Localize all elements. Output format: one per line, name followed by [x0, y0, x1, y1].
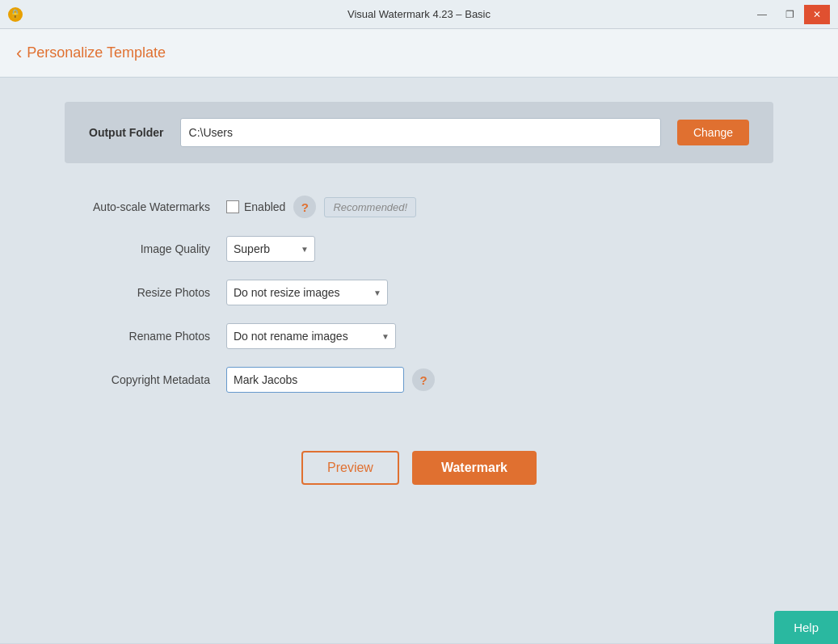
image-quality-row: Image Quality Low Medium High Superb: [65, 236, 773, 262]
auto-scale-label: Auto-scale Watermarks: [65, 200, 226, 213]
copyright-metadata-control: ?: [226, 367, 435, 393]
help-corner-button[interactable]: Help: [774, 611, 838, 644]
auto-scale-row: Auto-scale Watermarks Enabled ? Recommen…: [65, 196, 773, 218]
window-title: Visual Watermark 4.23 – Basic: [347, 8, 491, 20]
rename-photos-select[interactable]: Do not rename images Add prefix Add suff…: [226, 323, 396, 349]
copyright-metadata-row: Copyright Metadata ?: [65, 367, 773, 393]
rename-photos-row: Rename Photos Do not rename images Add p…: [65, 323, 773, 349]
back-button[interactable]: ‹ Personalize Template: [16, 43, 166, 64]
title-bar: 🔒 Visual Watermark 4.23 – Basic — ❐ ✕: [0, 0, 838, 29]
rename-photos-label: Rename Photos: [65, 330, 226, 343]
auto-scale-control: Enabled ? Recommended!: [226, 196, 416, 218]
resize-photos-select[interactable]: Do not resize images Resize to 800px Res…: [226, 280, 388, 305]
image-quality-select[interactable]: Low Medium High Superb: [226, 236, 315, 262]
rename-photos-select-wrapper: Do not rename images Add prefix Add suff…: [226, 323, 396, 349]
recommended-tag: Recommended!: [324, 197, 416, 217]
image-quality-label: Image Quality: [65, 242, 226, 255]
auto-scale-checkbox[interactable]: [226, 200, 239, 213]
maximize-button[interactable]: ❐: [777, 5, 802, 24]
copyright-metadata-input[interactable]: [226, 367, 404, 393]
output-folder-section: Output Folder Change: [65, 102, 773, 163]
preview-button[interactable]: Preview: [301, 451, 399, 485]
resize-photos-select-wrapper: Do not resize images Resize to 800px Res…: [226, 280, 388, 305]
resize-photos-row: Resize Photos Do not resize images Resiz…: [65, 280, 773, 305]
resize-photos-label: Resize Photos: [65, 286, 226, 299]
copyright-metadata-label: Copyright Metadata: [65, 373, 226, 386]
image-quality-control: Low Medium High Superb: [226, 236, 315, 262]
page-title: Personalize Template: [27, 44, 166, 61]
title-bar-left: 🔒: [8, 7, 23, 22]
close-button[interactable]: ✕: [804, 5, 830, 24]
settings-section: Auto-scale Watermarks Enabled ? Recommen…: [65, 187, 773, 419]
main-content: Output Folder Change Auto-scale Watermar…: [0, 78, 838, 643]
minimize-button[interactable]: —: [749, 5, 775, 24]
resize-photos-control: Do not resize images Resize to 800px Res…: [226, 280, 388, 305]
watermark-button[interactable]: Watermark: [412, 451, 537, 485]
window-controls: — ❐ ✕: [749, 5, 830, 24]
back-arrow-icon: ‹: [16, 43, 22, 64]
auto-scale-checkbox-label: Enabled: [244, 200, 285, 213]
app-icon: 🔒: [8, 7, 23, 22]
output-folder-input[interactable]: [180, 118, 661, 147]
auto-scale-help-button[interactable]: ?: [293, 196, 316, 218]
output-folder-label: Output Folder: [89, 126, 164, 139]
change-button[interactable]: Change: [677, 120, 749, 145]
copyright-help-button[interactable]: ?: [412, 368, 435, 391]
rename-photos-control: Do not rename images Add prefix Add suff…: [226, 323, 396, 349]
header: ‹ Personalize Template: [0, 29, 838, 78]
action-buttons: Preview Watermark: [65, 451, 773, 485]
image-quality-select-wrapper: Low Medium High Superb: [226, 236, 315, 262]
auto-scale-checkbox-wrapper: Enabled: [226, 200, 285, 213]
